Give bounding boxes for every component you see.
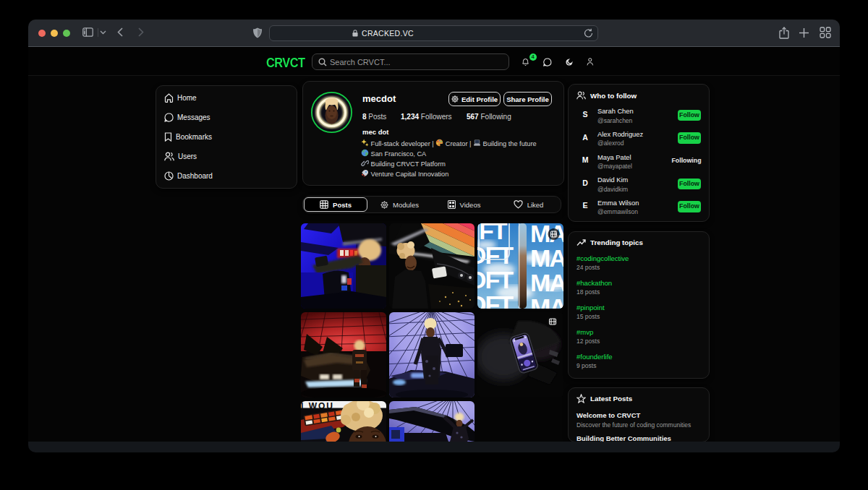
- svg-text:MA: MA: [530, 269, 563, 296]
- svg-text:OFT: OFT: [477, 291, 514, 309]
- svg-text:MA: MA: [530, 293, 563, 309]
- svg-text:MA: MA: [530, 244, 563, 272]
- svg-text:I WOU: I WOU: [301, 401, 334, 411]
- svg-text:OFT: OFT: [477, 241, 514, 269]
- svg-text:OFT: OFT: [477, 266, 514, 293]
